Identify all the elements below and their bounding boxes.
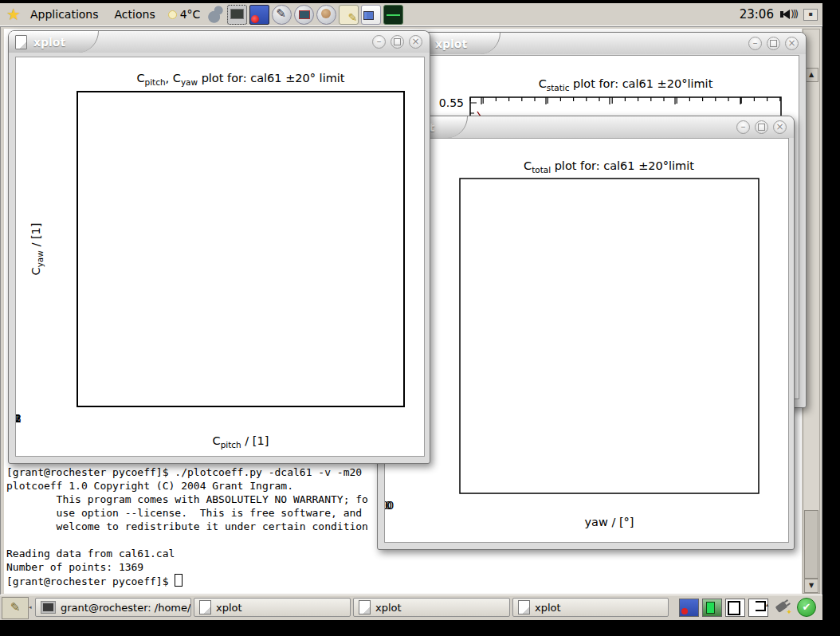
svg-text:Cyaw / [1]: Cyaw / [1] (29, 223, 45, 276)
svg-text:10: 10 (385, 499, 392, 512)
desktop-screen: ★ Applications Actions 4°C 23:06 ))) ▪ (0, 0, 840, 636)
presentation-launcher-icon[interactable] (294, 5, 314, 25)
ctotal-plot: -100100-0.2-0.4-0.6-0.8-1-1.2-1.4-1.6Cto… (385, 139, 788, 542)
charmap-launcher-icon[interactable] (361, 5, 381, 25)
svg-text:Cpitch, Cyaw plot for: cal61 ±: Cpitch, Cyaw plot for: cal61 ±20° limit (136, 72, 344, 87)
menu-actions[interactable]: Actions (107, 3, 163, 26)
tasklist-handle[interactable]: ◂ (29, 599, 34, 616)
terminal-line: [grant@rochester pycoeff]$ (6, 574, 368, 588)
terminal-line: plotcoeff 1.0 Copyright (C) 2004 Grant I… (6, 479, 368, 493)
keyboard-indicator-icon[interactable]: ▪ (803, 9, 818, 21)
temperature-label: 4°C (180, 8, 201, 21)
speaker-waves: ))) (791, 9, 797, 20)
cpitch-cyaw-plot: -3-2-1013210-1-2-3Cpitch, Cyaw plot for:… (16, 57, 424, 456)
close-button[interactable]: × (409, 35, 422, 49)
top-panel: ★ Applications Actions 4°C 23:06 ))) ▪ (0, 3, 822, 26)
weather-sun-icon (168, 10, 177, 19)
menu-applications[interactable]: Applications (22, 3, 107, 26)
menu-star-icon[interactable]: ★ (5, 6, 22, 23)
task-label: xplot (375, 602, 402, 614)
minimize-button[interactable]: – (748, 37, 762, 50)
close-button[interactable]: × (785, 37, 799, 50)
scrollbar-slider[interactable] (804, 510, 818, 579)
volume-speaker-icon[interactable]: ))) (780, 9, 797, 20)
taskbar-button-xplot-2[interactable]: xplot (353, 598, 510, 617)
plug-spark-icon: ✦ (786, 608, 792, 616)
document-icon (359, 600, 371, 614)
maximize-icon (758, 124, 765, 131)
maximize-button[interactable] (755, 120, 768, 134)
window-title: xplot (435, 37, 467, 50)
weather-applet[interactable]: 4°C (168, 8, 201, 21)
terminal-line: [grant@rochester pycoeff]$ ./plotcoeff.p… (6, 465, 368, 479)
terminal-line: welcome to redistribute it under certain… (6, 520, 368, 533)
taskbar-button-xplot-1[interactable]: xplot (194, 598, 351, 617)
sticky-notes-applet-icon[interactable] (2, 597, 29, 619)
titlebar-front[interactable]: xplot – × (9, 31, 430, 53)
close-button[interactable]: × (773, 120, 787, 134)
maximize-button[interactable] (767, 37, 780, 50)
tray-handle-arrow-icon[interactable]: ▴ (766, 602, 769, 608)
update-check-icon[interactable]: ✔ (797, 598, 816, 617)
taskbar-button-terminal[interactable]: grant@rochester: /home/gr (35, 598, 191, 617)
workspace-blue-icon[interactable] (679, 599, 699, 617)
notes-launcher-icon[interactable] (339, 5, 359, 25)
titlebar-cstatic[interactable]: xplot – × (410, 33, 806, 54)
panel-launchers (206, 5, 403, 25)
svg-text:-1.6: -1.6 (433, 139, 454, 141)
svg-text:-3: -3 (61, 57, 72, 60)
system-monitor-launcher-icon[interactable] (383, 5, 403, 25)
screenshot-launcher-icon[interactable] (249, 5, 269, 25)
svg-text:Ctotal plot for: cal61 ±20°lim: Ctotal plot for: cal61 ±20°limit (524, 159, 694, 175)
pager-windows-icon[interactable] (725, 599, 745, 617)
maximize-icon (394, 38, 401, 45)
minimize-button[interactable]: – (736, 120, 750, 134)
scroll-down-arrow-icon[interactable]: ▼ (804, 579, 818, 593)
taskbar: ◂ grant@rochester: /home/gr xplot xplot … (0, 595, 822, 620)
task-label: xplot (535, 602, 561, 614)
svg-text:yaw / [°]: yaw / [°] (585, 516, 634, 528)
clock[interactable]: 23:06 (740, 7, 774, 22)
terminal-line (6, 533, 368, 547)
taskbar-button-xplot-3[interactable]: xplot (512, 598, 669, 617)
minimize-button[interactable]: – (372, 35, 386, 49)
maximize-icon (770, 40, 777, 47)
window-title: xplot (33, 36, 65, 49)
document-icon (518, 600, 530, 614)
gnome-footprint-icon[interactable] (206, 6, 225, 24)
terminal-text: [grant@rochester pycoeff]$ ./plotcoeff.p… (6, 465, 368, 588)
titlebar-ctotal[interactable]: xplot – × (378, 116, 794, 138)
terminal-cursor (175, 574, 183, 587)
svg-text:0.55: 0.55 (439, 96, 464, 109)
terminal-line: use option --license. This is free softw… (6, 506, 368, 520)
svg-text:Cstatic plot for: cal61 ±20°li: Cstatic plot for: cal61 ±20°limit (539, 77, 713, 92)
terminal-launcher-icon[interactable] (227, 5, 247, 25)
task-label: grant@rochester: /home/gr (61, 602, 191, 614)
terminal-line: Number of points: 1369 (6, 560, 368, 574)
ctotal-plot-area: -100100-0.2-0.4-0.6-0.8-1-1.2-1.4-1.6Cto… (384, 138, 789, 543)
panel-right: 23:06 ))) ▪ (740, 7, 822, 22)
task-label: xplot (216, 602, 242, 614)
document-icon (199, 600, 211, 614)
workspace-green-icon[interactable] (702, 599, 722, 617)
terminal-line: This program comes with ABSOLUTELY NO WA… (6, 493, 368, 506)
maximize-button[interactable] (391, 35, 404, 49)
svg-text:1: 1 (16, 412, 19, 425)
speaker-cone (783, 10, 790, 19)
svg-text:Cpitch / [1]: Cpitch / [1] (213, 434, 269, 450)
mesh-plot-area: -3-2-1013210-1-2-3Cpitch, Cyaw plot for:… (15, 57, 425, 457)
workspace-switcher (679, 599, 768, 617)
title-tab-front[interactable]: xplot (9, 31, 99, 53)
power-plug-icon[interactable]: ✦ (773, 599, 792, 616)
window-xplot-front: xplot – × -3-2-1013210-1-2-3Cpitch, Cyaw… (8, 30, 430, 464)
document-icon (15, 35, 27, 49)
terminal-icon (41, 601, 56, 614)
browser-launcher-icon[interactable] (316, 5, 336, 25)
pen-launcher-icon[interactable] (272, 5, 292, 25)
window-xplot-ctotal: xplot – × -100100-0.2-0.4-0.6-0.8-1-1.2-… (377, 116, 795, 550)
terminal-line: Reading data from cal61.cal (6, 547, 368, 560)
